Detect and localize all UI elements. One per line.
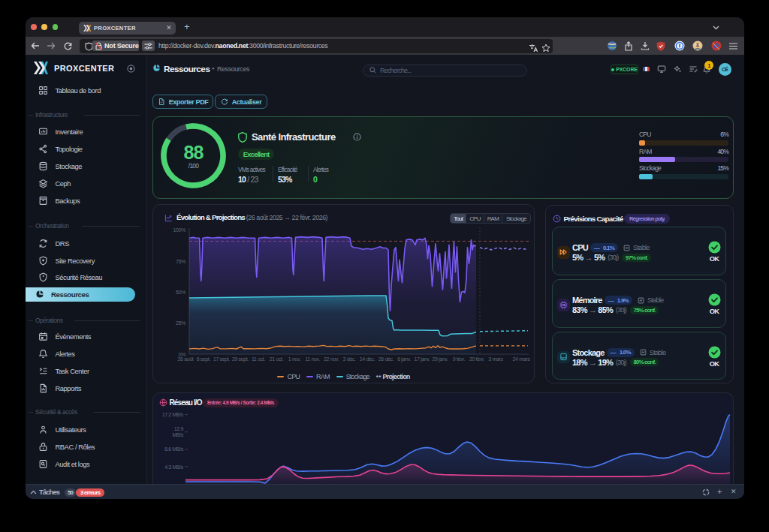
svg-text:12.9: 12.9 <box>174 426 184 431</box>
svg-text:9 févr.: 9 févr. <box>453 356 466 362</box>
svg-text:MB/s: MB/s <box>172 432 183 437</box>
svg-text:29 janv.: 29 janv. <box>432 356 448 362</box>
svg-text:50%: 50% <box>176 290 185 295</box>
svg-text:3 mars: 3 mars <box>488 356 503 362</box>
svg-text:3 déc.: 3 déc. <box>343 356 356 362</box>
svg-text:11 oct.: 11 oct. <box>252 356 265 362</box>
svg-text:/100: /100 <box>188 162 199 170</box>
svg-text:20 févr.: 20 févr. <box>469 356 485 362</box>
svg-text:88: 88 <box>183 142 204 163</box>
svg-text:17.2 MB/s: 17.2 MB/s <box>162 412 184 417</box>
svg-text:21 oct.: 21 oct. <box>270 356 284 362</box>
svg-text:25%: 25% <box>176 320 185 326</box>
svg-text:11 nov.: 11 nov. <box>305 356 320 362</box>
svg-text:26 août: 26 août <box>178 356 194 362</box>
svg-text:17 janv.: 17 janv. <box>414 356 430 362</box>
svg-text:26 déc.: 26 déc. <box>378 356 394 362</box>
svg-text:4.3 MB/s: 4.3 MB/s <box>164 464 184 470</box>
svg-text:8.6 MB/s: 8.6 MB/s <box>164 446 184 452</box>
svg-text:22 nov.: 22 nov. <box>324 356 339 362</box>
svg-text:29 sept.: 29 sept. <box>232 356 249 362</box>
svg-text:6 sept.: 6 sept. <box>197 356 211 362</box>
svg-text:14 déc.: 14 déc. <box>360 356 375 362</box>
svg-text:24 mars: 24 mars <box>513 356 531 362</box>
svg-text:17 sept.: 17 sept. <box>213 356 231 362</box>
svg-text:1 nov.: 1 nov. <box>288 356 301 362</box>
svg-text:75%: 75% <box>176 259 185 264</box>
svg-text:6 janv.: 6 janv. <box>397 356 411 362</box>
svg-text:100%: 100% <box>173 227 185 233</box>
